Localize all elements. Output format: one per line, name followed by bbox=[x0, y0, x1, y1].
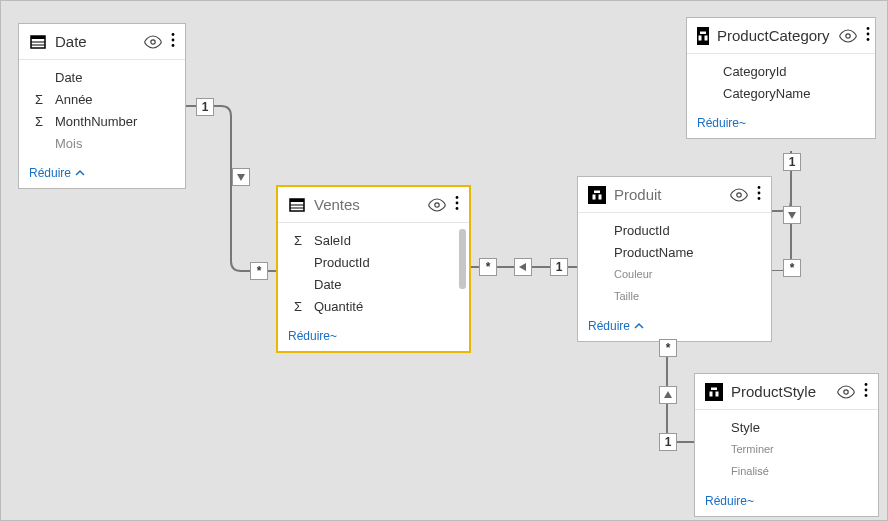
svg-point-21 bbox=[758, 192, 761, 195]
visibility-icon[interactable] bbox=[143, 35, 163, 49]
svg-rect-16 bbox=[594, 190, 600, 193]
field-list: ΣSaleId ProductId Date ΣQuantité bbox=[278, 223, 469, 323]
relationship-category-produit[interactable] bbox=[771, 151, 831, 271]
cardinality-many: * bbox=[659, 339, 677, 357]
svg-point-20 bbox=[758, 186, 761, 189]
table-dim-icon bbox=[697, 27, 709, 45]
scrollbar-thumb[interactable] bbox=[459, 229, 466, 289]
sigma-icon: Σ bbox=[290, 233, 306, 248]
card-header: Date bbox=[19, 24, 185, 60]
svg-point-4 bbox=[151, 39, 155, 43]
card-header: Produit bbox=[578, 177, 771, 213]
field-row[interactable]: ProductName bbox=[578, 241, 771, 263]
field-row[interactable]: ΣQuantité bbox=[278, 295, 469, 317]
table-card-productcategory[interactable]: ProductCategory CategoryId CategoryName … bbox=[686, 17, 876, 139]
svg-point-15 bbox=[456, 207, 459, 210]
table-title: ProductCategory bbox=[717, 27, 830, 44]
more-options-icon[interactable] bbox=[757, 185, 761, 204]
svg-rect-25 bbox=[705, 35, 708, 40]
field-row[interactable]: Style bbox=[695, 416, 878, 438]
field-row[interactable]: Taille bbox=[578, 285, 771, 307]
field-list: Date ΣAnnée ΣMonthNumber Mois bbox=[19, 60, 185, 160]
field-row[interactable]: ProductId bbox=[578, 219, 771, 241]
table-title: Produit bbox=[614, 186, 721, 203]
filter-direction-icon bbox=[659, 386, 677, 404]
table-card-ventes[interactable]: Ventes ΣSaleId ProductId Date ΣQuantité … bbox=[276, 185, 471, 353]
collapse-button[interactable]: Réduire bbox=[578, 313, 771, 341]
collapse-button[interactable]: Réduire~ bbox=[695, 488, 878, 516]
sigma-icon: Σ bbox=[31, 114, 47, 129]
collapse-button[interactable]: Réduire~ bbox=[278, 323, 469, 351]
cardinality-one: 1 bbox=[550, 258, 568, 276]
more-options-icon[interactable] bbox=[171, 32, 175, 51]
svg-point-22 bbox=[758, 197, 761, 200]
sigma-icon: Σ bbox=[290, 299, 306, 314]
more-options-icon[interactable] bbox=[866, 26, 870, 45]
table-card-produit[interactable]: Produit ProductId ProductName Couleur Ta… bbox=[577, 176, 772, 342]
table-title: Date bbox=[55, 33, 135, 50]
filter-direction-icon bbox=[514, 258, 532, 276]
cardinality-many: * bbox=[250, 262, 268, 280]
svg-point-36 bbox=[865, 394, 868, 397]
filter-direction-icon bbox=[783, 206, 801, 224]
card-header: ProductStyle bbox=[695, 374, 878, 410]
cardinality-one: 1 bbox=[196, 98, 214, 116]
svg-point-34 bbox=[865, 383, 868, 386]
more-options-icon[interactable] bbox=[864, 382, 868, 401]
more-options-icon[interactable] bbox=[455, 195, 459, 214]
svg-point-28 bbox=[866, 33, 869, 36]
cardinality-one: 1 bbox=[783, 153, 801, 171]
chevron-up-icon bbox=[75, 168, 85, 178]
visibility-icon[interactable] bbox=[427, 198, 447, 212]
field-list: CategoryId CategoryName bbox=[687, 54, 875, 110]
svg-rect-24 bbox=[699, 35, 702, 40]
field-row[interactable]: CategoryId bbox=[687, 60, 875, 82]
svg-point-5 bbox=[172, 33, 175, 36]
field-row[interactable]: Date bbox=[19, 66, 185, 88]
table-icon bbox=[288, 196, 306, 214]
svg-rect-17 bbox=[593, 194, 596, 199]
svg-point-19 bbox=[737, 192, 741, 196]
svg-point-26 bbox=[845, 33, 849, 37]
field-row[interactable]: Finalisé bbox=[695, 460, 878, 482]
visibility-icon[interactable] bbox=[838, 29, 858, 43]
field-row[interactable]: ΣSaleId bbox=[278, 229, 469, 251]
visibility-icon[interactable] bbox=[729, 188, 749, 202]
collapse-button[interactable]: Réduire bbox=[19, 160, 185, 188]
svg-rect-30 bbox=[711, 387, 717, 390]
field-row[interactable]: Terminer bbox=[695, 438, 878, 460]
cardinality-many: * bbox=[479, 258, 497, 276]
table-icon bbox=[29, 33, 47, 51]
svg-rect-32 bbox=[716, 391, 719, 396]
svg-rect-23 bbox=[700, 31, 706, 34]
field-row[interactable]: ΣMonthNumber bbox=[19, 110, 185, 132]
svg-point-27 bbox=[866, 27, 869, 30]
svg-point-12 bbox=[435, 202, 439, 206]
field-row[interactable]: Date bbox=[278, 273, 469, 295]
relationship-date-ventes[interactable] bbox=[186, 91, 278, 281]
sigma-icon: Σ bbox=[31, 92, 47, 107]
field-row[interactable]: ΣAnnée bbox=[19, 88, 185, 110]
svg-point-33 bbox=[844, 389, 848, 393]
table-dim-icon bbox=[705, 383, 723, 401]
filter-direction-icon bbox=[232, 168, 250, 186]
card-header: ProductCategory bbox=[687, 18, 875, 54]
field-row[interactable]: ProductId bbox=[278, 251, 469, 273]
svg-point-35 bbox=[865, 389, 868, 392]
svg-point-13 bbox=[456, 196, 459, 199]
table-card-productstyle[interactable]: ProductStyle Style Terminer Finalisé Réd… bbox=[694, 373, 879, 517]
table-card-date[interactable]: Date Date ΣAnnée ΣMonthNumber Mois Rédui… bbox=[18, 23, 186, 189]
svg-point-6 bbox=[172, 39, 175, 42]
card-header: Ventes bbox=[278, 187, 469, 223]
field-row[interactable]: Mois bbox=[19, 132, 185, 154]
field-row[interactable]: CategoryName bbox=[687, 82, 875, 104]
visibility-icon[interactable] bbox=[836, 385, 856, 399]
svg-rect-18 bbox=[599, 194, 602, 199]
cardinality-many: * bbox=[783, 259, 801, 277]
table-title: ProductStyle bbox=[731, 383, 828, 400]
svg-point-29 bbox=[866, 38, 869, 41]
collapse-button[interactable]: Réduire~ bbox=[687, 110, 875, 138]
svg-rect-31 bbox=[710, 391, 713, 396]
field-row[interactable]: Couleur bbox=[578, 263, 771, 285]
cardinality-one: 1 bbox=[659, 433, 677, 451]
